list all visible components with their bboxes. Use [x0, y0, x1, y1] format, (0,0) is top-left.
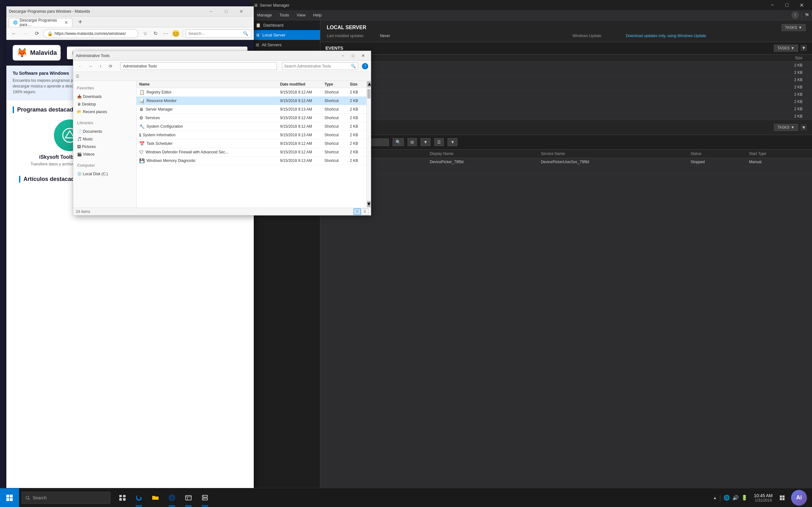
sidebar-item-music[interactable]: 🎵 Music [73, 135, 136, 143]
service-display-1: DevicePicker_79f9d [426, 158, 537, 166]
admin-popup-minimize-button[interactable]: − [338, 51, 348, 60]
sidebar-item-local-disk[interactable]: 💿 Local Disk (C:) [73, 170, 136, 178]
taskbar-search-bar[interactable]: Search [21, 492, 110, 504]
sidebar-item-favorites[interactable]: 📥 Downloads [73, 93, 136, 101]
services-filter-search-button[interactable]: 🔍 [393, 138, 404, 146]
tool-name-windows-memory: 💾Windows Memory Diagnostic [137, 157, 277, 165]
sidebar-item-documents[interactable]: 📄 Documents [73, 128, 136, 135]
admin-popup-close-button[interactable]: ✕ [358, 51, 368, 60]
tool-size-resource-monitor: 2 KB [347, 97, 366, 105]
browser-maximize-button[interactable]: □ [219, 6, 234, 16]
service-row-1[interactable]: ALEXGARCA4485 DevicePicker_79f9d DeviceP… [320, 158, 812, 166]
popup-back-button[interactable]: ← [76, 62, 85, 71]
popup-refresh-button[interactable]: ⟳ [106, 62, 115, 71]
services-grid-options-button[interactable]: ▼ [420, 138, 430, 146]
services-column-options-button[interactable]: ▼ [448, 138, 457, 146]
col-header-size: Size [777, 56, 803, 60]
file-explorer-icon[interactable] [147, 488, 164, 507]
server-manager-taskbar-icon[interactable] [197, 488, 213, 507]
sidebar-item-recent[interactable]: 📂 Recent places [73, 108, 136, 116]
col-date[interactable]: Date modified [277, 81, 322, 88]
col-type[interactable]: Type [322, 81, 347, 88]
services-column-button[interactable]: ☰ [434, 138, 444, 146]
ie-browser-icon[interactable] [164, 488, 180, 507]
browser-close-button[interactable]: ✕ [234, 6, 249, 16]
browser-back-button[interactable]: ← [9, 29, 19, 39]
admin-tool-system-information[interactable]: ℹSystem Information 9/15/2018 9:13 AM Sh… [137, 131, 366, 139]
sm-menu-help[interactable]: Help [309, 10, 325, 20]
services-tasks-button[interactable]: TASKS ▼ [774, 124, 798, 131]
sm-nav-local-server[interactable]: 🖥 Local Server [251, 30, 320, 40]
windows-explorer-icon[interactable] [180, 488, 197, 507]
computer-header: Computer [73, 161, 136, 170]
popup-up-button[interactable]: ↑ [96, 62, 105, 71]
sm-nav-home[interactable]: 📋 Dashboard [251, 20, 320, 30]
admin-tool-windows-defender-firewall[interactable]: 🛡Windows Defender Firewall with Advanced… [137, 148, 366, 157]
services-grid-view-button[interactable]: ⊞ [408, 138, 417, 146]
browser-refresh-ssl-icon[interactable]: ↻ [151, 29, 160, 38]
admin-tool-services[interactable]: ⚙Services 9/15/2018 9:12 AM Shortcut 2 K… [137, 114, 366, 122]
col-name[interactable]: Name [137, 81, 277, 88]
services-col-service[interactable]: Service Name [537, 150, 687, 158]
systray-network-icon[interactable]: 🌐 [723, 495, 730, 501]
admin-tool-windows-memory-diagnostic[interactable]: 💾Windows Memory Diagnostic 9/15/2018 9:1… [137, 157, 366, 165]
admin-tool-resource-monitor[interactable]: 📊Resource Monitor 9/15/2018 9:12 AM Shor… [137, 97, 366, 105]
admin-tool-system-configuration[interactable]: 🔧System Configuration 9/15/2018 9:12 AM … [137, 122, 366, 131]
browser-forward-button[interactable]: → [20, 29, 31, 39]
services-col-status[interactable]: Status [687, 150, 745, 158]
systray-volume-icon[interactable]: 🔊 [732, 495, 739, 501]
browser-tab-close-icon[interactable]: ✕ [64, 20, 68, 25]
sidebar-item-desktop[interactable]: 🖥 Desktop [73, 101, 136, 108]
new-tab-button[interactable]: + [73, 17, 88, 27]
scroll-thumb[interactable] [367, 89, 370, 99]
admin-popup-toolbar: ☰ [73, 72, 371, 81]
browser-search-input[interactable] [189, 31, 242, 36]
windows-update-value[interactable]: Download updates only, using Windows Upd… [626, 34, 706, 38]
view-details-button[interactable]: ☰ [361, 209, 368, 215]
systray-up-arrow[interactable]: ▲ [713, 496, 717, 500]
popup-forward-button[interactable]: → [86, 62, 95, 71]
sidebar-item-videos[interactable]: 🎬 Videos [73, 151, 136, 158]
taskbar-clock[interactable]: 10:45 AM 1/31/2019 [754, 493, 773, 503]
home-icon: 📋 [256, 23, 261, 27]
sm-close-button[interactable]: ✕ [794, 0, 809, 10]
events-collapse-icon[interactable]: ▼ [801, 45, 807, 51]
sm-menu-view[interactable]: View [293, 10, 309, 20]
admin-tool-registry-editor[interactable]: 📋Registry Editor 9/15/2018 9:12 AM Short… [137, 88, 366, 97]
events-tasks-button[interactable]: TASKS ▼ [774, 45, 798, 52]
service-display-2 [426, 166, 537, 174]
sm-nav-all-servers[interactable]: ⊞ All Servers [251, 40, 320, 50]
scroll-down-button[interactable]: ▼ [367, 201, 371, 207]
services-col-display[interactable]: Display Name [426, 150, 537, 158]
sm-menu-tools[interactable]: Tools [275, 10, 293, 20]
admin-popup-maximize-button[interactable]: □ [348, 51, 358, 60]
popup-scrollbar[interactable]: ▲ ▼ [366, 81, 371, 208]
sm-menu-manage[interactable]: Manage [253, 10, 275, 20]
popup-search-input[interactable] [284, 64, 350, 68]
edge-browser-icon[interactable] [131, 488, 147, 507]
start-button[interactable] [0, 488, 19, 507]
browser-settings-icon[interactable]: ⋯ [161, 29, 170, 38]
col-size[interactable]: Size [347, 81, 366, 88]
ai-taskbar-icon[interactable]: Ai [791, 490, 807, 506]
notification-center-button[interactable] [775, 488, 789, 507]
sm-maximize-button[interactable]: □ [780, 0, 794, 10]
browser-minimize-button[interactable]: − [204, 6, 218, 16]
sm-minimize-button[interactable]: − [765, 0, 780, 10]
services-collapse-icon[interactable]: ▼ [801, 124, 807, 130]
browser-refresh-button[interactable]: ⟳ [32, 29, 42, 39]
browser-search-submit-icon[interactable]: 🔍 [243, 31, 248, 36]
sm-alert-icon[interactable]: ! [792, 11, 799, 19]
task-view-icon[interactable] [114, 488, 131, 507]
sidebar-item-pictures[interactable]: 🖼 Pictures [73, 143, 136, 151]
service-row-2[interactable]: ALEXG [320, 166, 812, 174]
services-col-starttype[interactable]: Start Type [745, 150, 812, 158]
scroll-up-button[interactable]: ▲ [367, 81, 371, 88]
browser-favorites-icon[interactable]: ☆ [141, 29, 150, 38]
view-list-button[interactable]: ☷ [354, 209, 361, 215]
admin-tool-server-manager[interactable]: 🖥Server Manager 9/15/2018 9:13 AM Shortc… [137, 105, 366, 114]
popup-help-button[interactable]: ? [362, 63, 368, 69]
browser-tab-active[interactable]: 🌐 Descargar Programas para ... ✕ [9, 18, 72, 27]
admin-tool-task-scheduler[interactable]: 📅Task Scheduler 9/15/2018 9:12 AM Shortc… [137, 139, 366, 148]
sm-tasks-button[interactable]: TASKS ▼ [781, 24, 806, 31]
